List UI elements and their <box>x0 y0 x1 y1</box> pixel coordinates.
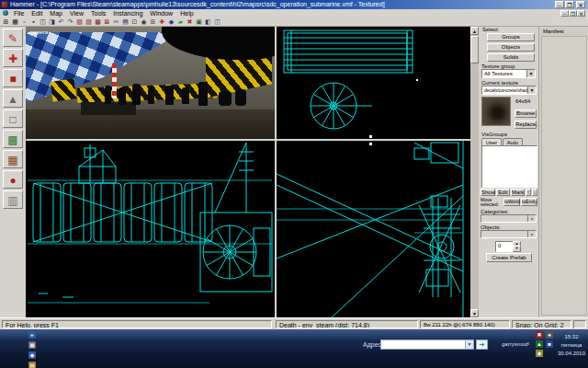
vertical-scrollbar[interactable]: ▲ ▼ <box>470 27 479 317</box>
tab-auto[interactable]: Auto <box>503 138 523 145</box>
replace-button[interactable]: Replace... <box>514 121 537 129</box>
show-desktop-icon[interactable]: ▦ <box>28 341 36 349</box>
tab-user[interactable]: User <box>481 138 502 145</box>
to-world-button[interactable]: toWorld <box>503 198 520 206</box>
block-tool-icon[interactable]: □ <box>3 109 23 128</box>
menu-item[interactable]: File <box>10 9 28 17</box>
copy-icon[interactable]: ▤ <box>121 17 130 26</box>
run-map-icon[interactable]: ▣ <box>195 17 203 26</box>
mdi-minimize-button[interactable]: ─ <box>560 10 569 17</box>
restore-button[interactable]: ❐ <box>565 1 574 8</box>
toggle-3d-grid-icon[interactable]: ◫ <box>39 17 47 26</box>
hammer-app-icon <box>2 2 7 7</box>
visgroup-down-icon[interactable]: ↓ <box>532 189 537 196</box>
status-resize-grip <box>573 320 586 328</box>
larger-grid-icon[interactable]: ▪ <box>29 17 38 26</box>
visgroup-edit-button[interactable]: Edit <box>496 189 510 196</box>
network-icon[interactable]: ■ <box>546 340 553 348</box>
folder-icon[interactable]: ▤ <box>28 362 36 368</box>
menu-item[interactable]: Window <box>146 9 176 17</box>
visgroup-up-icon[interactable]: ↑ <box>526 189 531 196</box>
paste-icon[interactable]: ⊡ <box>130 17 139 26</box>
speaker-icon[interactable]: ● <box>546 331 553 339</box>
camera-tool-icon[interactable]: ■ <box>3 69 23 87</box>
spinner-down-icon[interactable]: ▼ <box>513 246 521 252</box>
menu-item[interactable]: Tools <box>87 9 109 17</box>
close-button[interactable]: ✕ <box>576 1 585 8</box>
delete-icon[interactable]: ✖ <box>186 17 194 26</box>
address-input[interactable]: ▼ <box>380 339 474 350</box>
hide-selected-icon[interactable]: ⊞ <box>149 17 157 26</box>
show-all-icon[interactable]: ◆ <box>167 17 175 26</box>
select-solids-button[interactable]: Solids <box>487 53 535 62</box>
scrollbar-thumb[interactable] <box>470 36 479 63</box>
cut-icon[interactable]: ✂ <box>112 17 120 26</box>
entity-report-icon[interactable]: ◫ <box>213 17 221 26</box>
menu-item[interactable]: View <box>66 9 87 17</box>
undo-icon[interactable]: ↶ <box>57 17 65 26</box>
viewport-2d-front[interactable] <box>277 141 470 317</box>
garrysmod-toolbar-label[interactable]: garrysmod <box>502 341 527 347</box>
antivirus-icon[interactable]: ▲ <box>536 340 543 348</box>
toggle-texture-lock-icon[interactable]: ◨ <box>48 17 56 26</box>
object-sidebar: Select: Groups Objects Solids Texture gr… <box>479 27 538 317</box>
status-snap-grid: Snap: On Grid: 2 <box>512 320 571 328</box>
smaller-grid-icon[interactable]: ▫ <box>20 17 28 26</box>
group-icon[interactable]: ▨ <box>85 17 93 26</box>
current-texture-select[interactable]: decals/concrete/shad2▼ <box>481 86 537 95</box>
mdi-close-button[interactable]: ✕ <box>577 10 585 17</box>
clock-time[interactable]: 15:32 <box>555 334 588 340</box>
scroll-down-icon[interactable]: ▼ <box>470 309 479 317</box>
manifest-title: Manifest <box>543 29 564 35</box>
browser-icon[interactable]: e <box>28 331 36 339</box>
ignore-groups-icon[interactable]: ⊠ <box>103 17 111 26</box>
objects-select[interactable]: ▼ <box>481 230 537 238</box>
to-entity-button[interactable]: toEntity <box>521 198 537 206</box>
select-objects-button[interactable]: Objects <box>487 43 535 52</box>
select-groups-button[interactable]: Groups <box>487 33 535 41</box>
chevron-down-icon[interactable]: ▼ <box>527 86 536 94</box>
texture-preview[interactable] <box>481 97 511 126</box>
viewport-2d-side[interactable] <box>26 141 275 317</box>
tray-collapse-chevron[interactable]: ‹ <box>527 340 529 347</box>
magnify-tool-icon[interactable]: ✚ <box>3 49 23 67</box>
selection-tool-icon[interactable]: ✎ <box>3 29 23 47</box>
browse-button[interactable]: Browse <box>514 109 537 118</box>
clipping-tool-icon[interactable]: ▥ <box>3 190 23 209</box>
spinner-arrows[interactable]: ▲ ▼ <box>513 241 519 250</box>
redo-icon[interactable]: ↷ <box>66 17 74 26</box>
entity-tool-icon[interactable]: ▲ <box>3 89 23 108</box>
chevron-down-icon[interactable]: ▼ <box>526 70 535 77</box>
chevron-down-icon[interactable]: ▼ <box>465 340 473 349</box>
updates-icon[interactable]: ◆ <box>536 350 543 357</box>
create-prefab-button[interactable]: Create Prefab <box>486 253 532 262</box>
visgroups-list[interactable] <box>481 145 537 188</box>
window-switcher-icon[interactable]: ◆ <box>28 351 36 359</box>
hide-unselected-icon[interactable]: ✚ <box>158 17 166 26</box>
texture-application-icon[interactable]: ◧ <box>204 17 212 26</box>
viewport-3d-camera[interactable]: camera <box>26 27 275 139</box>
mdi-restore-button[interactable]: ❐ <box>569 10 577 17</box>
decal-tool-icon[interactable]: ▦ <box>3 150 23 168</box>
minimize-button[interactable]: ─ <box>555 1 564 8</box>
cordon-icon[interactable]: ▰ <box>176 17 185 26</box>
zoom-icon[interactable]: ◉ <box>140 17 148 26</box>
texture-tool-icon[interactable]: ▩ <box>3 130 23 148</box>
texture-group-select[interactable]: All Textures▼ <box>481 69 536 78</box>
menu-item[interactable]: Edit <box>28 9 46 17</box>
menu-item[interactable]: Help <box>176 9 197 17</box>
scroll-up-icon[interactable]: ▲ <box>470 27 479 35</box>
menu-item[interactable]: Map <box>46 9 66 17</box>
overlay-tool-icon[interactable]: ● <box>3 170 23 189</box>
viewport-2d-top[interactable] <box>277 27 470 139</box>
snap-grid-icon[interactable]: ▦ <box>11 17 19 26</box>
visgroup-show-button[interactable]: Show <box>481 189 495 196</box>
toggle-grid-icon[interactable]: ⊞ <box>2 17 10 26</box>
carve-icon[interactable]: ▧ <box>75 17 84 26</box>
ungroup-icon[interactable]: ▩ <box>94 17 102 26</box>
muted-volume-icon[interactable]: ✖ <box>536 331 543 339</box>
visgroup-mark-button[interactable]: Mark <box>511 189 525 196</box>
categories-select[interactable]: ▼ <box>481 214 537 223</box>
menu-item[interactable]: Instancing <box>109 9 146 17</box>
address-go-button[interactable]: ➔ <box>476 339 488 350</box>
